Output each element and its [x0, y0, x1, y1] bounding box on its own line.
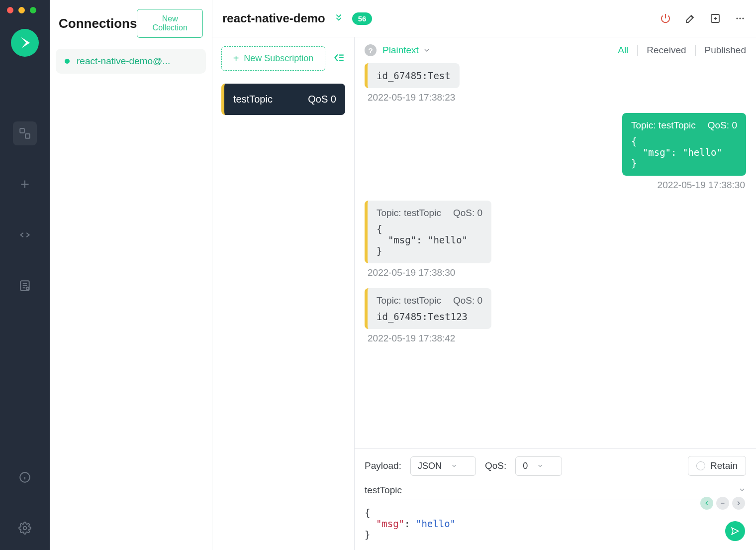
retain-toggle[interactable]: Retain — [688, 456, 746, 476]
message-bubble: Topic: testTopicQoS: 0id_67485:Test123 — [365, 288, 491, 329]
message-timestamp: 2022-05-19 17:38:23 — [365, 92, 455, 103]
payload-editor[interactable]: { "msg": "hello" } — [365, 505, 746, 540]
tab-published[interactable]: Published — [696, 45, 746, 56]
retain-radio — [696, 461, 705, 470]
edit-button[interactable] — [684, 12, 696, 24]
message-qos: QoS: 0 — [453, 208, 482, 219]
plus-icon: + — [233, 53, 239, 64]
message-timestamp: 2022-05-19 17:38:42 — [365, 333, 455, 344]
topic-name: testTopic — [233, 94, 273, 105]
send-button[interactable] — [725, 521, 745, 541]
subscriptions-panel: + New Subscription testTopic QoS 0 — [212, 37, 355, 550]
svg-point-7 — [736, 17, 738, 19]
nav-info[interactable] — [13, 465, 37, 489]
message-qos: QoS: 0 — [453, 295, 482, 306]
qos-value: 0 — [523, 461, 528, 471]
message-body: { "msg": "hello" } — [631, 136, 737, 169]
nav-logs[interactable] — [13, 274, 37, 298]
payload-type-value: JSON — [418, 461, 442, 471]
tab-all[interactable]: All — [609, 45, 638, 56]
svg-point-5 — [23, 527, 27, 530]
message-body: id_67485:Test123 — [377, 311, 482, 322]
message-body: id_67485:Test — [377, 70, 451, 81]
message-filter-tabs: All Received Published — [609, 45, 746, 56]
svg-rect-1 — [25, 134, 30, 138]
more-button[interactable] — [734, 12, 746, 24]
disconnect-button[interactable] — [660, 12, 671, 24]
history-controls — [700, 497, 745, 510]
nav-scripts[interactable] — [13, 223, 37, 247]
message-bubble: Topic: testTopicQoS: 0{ "msg": "hello" } — [622, 113, 746, 176]
history-prev-button[interactable] — [700, 497, 713, 510]
maximize-window-dot[interactable] — [30, 7, 36, 13]
chevron-down-icon[interactable] — [738, 486, 746, 494]
history-next-button[interactable] — [732, 497, 745, 510]
nav-connections[interactable] — [13, 121, 37, 145]
connection-header: react-native-demo 56 — [212, 0, 756, 37]
message-timestamp: 2022-05-19 17:38:30 — [365, 267, 455, 278]
tab-received[interactable]: Received — [638, 45, 695, 56]
message-bubble: id_67485:Test — [365, 63, 460, 88]
payload-type-select[interactable]: JSON — [410, 456, 476, 476]
topic-qos: QoS 0 — [308, 94, 336, 105]
retain-label: Retain — [710, 460, 738, 471]
message-bubble: Topic: testTopicQoS: 0{ "msg": "hello" } — [365, 201, 491, 263]
close-window-dot[interactable] — [7, 7, 13, 13]
subscription-topic-card[interactable]: testTopic QoS 0 — [221, 84, 345, 115]
connection-item[interactable]: react-native-demo@... — [56, 49, 206, 74]
message-count-badge: 56 — [352, 12, 373, 25]
connection-title: react-native-demo — [222, 11, 325, 25]
qos-select[interactable]: 0 — [515, 456, 562, 476]
message-composer: Payload: JSON QoS: 0 Retain — [355, 448, 756, 550]
message-timestamp: 2022-05-19 17:38:30 — [658, 180, 746, 191]
svg-point-3 — [26, 287, 29, 290]
help-badge[interactable]: ? — [365, 44, 377, 56]
new-subscription-button[interactable]: + New Subscription — [221, 46, 325, 71]
svg-point-9 — [742, 17, 744, 19]
message-topic: Topic: testTopic — [377, 208, 441, 219]
topic-input[interactable] — [365, 481, 746, 500]
history-minus-button[interactable] — [716, 497, 729, 510]
payload-format-label: Plaintext — [382, 45, 419, 56]
message-topic: Topic: testTopic — [377, 295, 441, 306]
payload-label: Payload: — [365, 460, 401, 471]
app-logo — [11, 29, 39, 57]
messages-panel: ? Plaintext All Received Published id_67… — [355, 37, 756, 550]
payload-format-select[interactable]: Plaintext — [382, 45, 431, 56]
new-collection-button[interactable]: New Collection — [137, 9, 203, 38]
nav-new[interactable] — [13, 172, 37, 196]
connection-status-dot — [65, 59, 70, 64]
nav-settings[interactable] — [13, 516, 37, 540]
qos-label: QoS: — [485, 460, 506, 471]
collapse-panel-icon[interactable] — [332, 51, 345, 66]
new-subscription-label: New Subscription — [244, 53, 313, 64]
message-topic: Topic: testTopic — [631, 120, 696, 131]
new-window-button[interactable] — [709, 12, 721, 24]
svg-point-8 — [739, 17, 741, 19]
window-controls — [7, 7, 36, 13]
connections-panel: Connections New Collection react-native-… — [50, 0, 212, 550]
expand-icon[interactable] — [333, 12, 344, 25]
minimize-window-dot[interactable] — [18, 7, 25, 13]
message-qos: QoS: 0 — [708, 120, 737, 131]
nav-rail — [0, 0, 50, 550]
connection-name: react-native-demo@... — [77, 56, 170, 67]
svg-rect-0 — [20, 128, 24, 133]
message-body: { "msg": "hello" } — [377, 223, 482, 256]
connections-title: Connections — [59, 16, 137, 31]
